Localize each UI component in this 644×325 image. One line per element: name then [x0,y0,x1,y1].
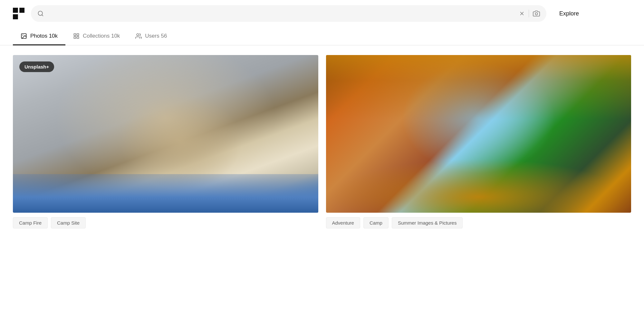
tab-users[interactable]: Users 56 [128,27,175,45]
svg-point-9 [23,35,24,36]
collections-icon [73,33,80,39]
tab-collections[interactable]: Collections 10k [65,27,128,45]
header: camping Explore [0,0,644,27]
svg-rect-12 [77,37,79,39]
svg-rect-13 [74,37,76,39]
photo-tag[interactable]: Camp Fire [13,217,48,228]
unsplash-plus-badge[interactable]: Unsplash+ [19,61,54,72]
logo[interactable] [13,8,24,19]
photo-tags-2: Adventure Camp Summer Images & Pictures [326,217,631,228]
search-icon [37,10,44,17]
tab-photos[interactable]: Photos 10k [13,27,65,45]
svg-rect-2 [13,14,18,19]
photo-card-2: Adventure Camp Summer Images & Pictures [326,55,631,228]
photos-icon [21,33,27,39]
tab-users-label: Users 56 [145,33,167,39]
explore-link[interactable]: Explore [559,10,579,17]
photo-tag[interactable]: Adventure [326,217,360,228]
photo-tags-1: Camp Fire Camp Site [13,217,318,228]
photo-card-1: Unsplash+ Camp Fire Camp Site [13,55,318,228]
svg-rect-10 [74,34,76,36]
visual-search-button[interactable] [533,10,540,17]
photo-grid: Unsplash+ Camp Fire Camp Site Adventure … [13,55,631,228]
tab-collections-label: Collections 10k [83,33,120,39]
photo-tag[interactable]: Camp [363,217,389,228]
users-icon [135,33,142,39]
tabs-bar: Photos 10k Collections 10k Users 56 [0,27,644,45]
search-bar: camping [31,5,546,22]
svg-line-4 [42,15,43,16]
tab-photos-label: Photos 10k [30,33,58,39]
photo-tag[interactable]: Camp Site [51,217,86,228]
photo-image-wrap-1[interactable]: Unsplash+ [13,55,318,213]
photo-tag[interactable]: Summer Images & Pictures [392,217,463,228]
svg-rect-0 [13,8,18,13]
search-clear-button[interactable] [519,11,525,16]
svg-point-14 [137,34,139,36]
search-input[interactable]: camping [48,10,515,17]
main-content: Unsplash+ Camp Fire Camp Site Adventure … [0,45,644,238]
photo-image-wrap-2[interactable] [326,55,631,213]
photo-image-2 [326,55,631,213]
search-divider [529,10,529,17]
svg-rect-11 [77,34,79,36]
svg-point-7 [535,13,537,15]
svg-rect-1 [19,8,24,13]
photo-image-1 [13,55,318,213]
